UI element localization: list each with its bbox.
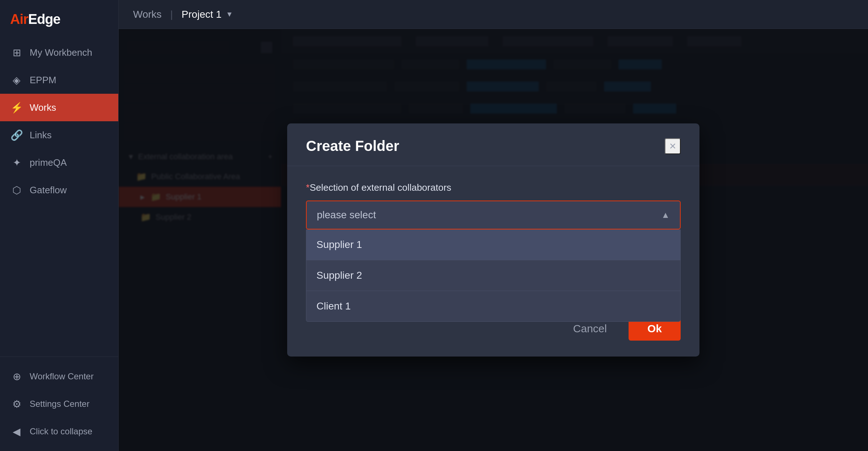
- content-area: ▼ External collaboration area + 📁 Public…: [119, 29, 868, 451]
- sidebar-item-primeqa[interactable]: ✦ primeQA: [0, 149, 118, 176]
- select-container: please select ▲ Supplier 1 Supplier 2: [306, 201, 681, 229]
- topbar-project[interactable]: Project 1 ▼: [182, 9, 233, 20]
- topbar-divider: |: [170, 9, 173, 20]
- sidebar-item-label: My Workbench: [30, 47, 92, 58]
- dropdown-item-client1[interactable]: Client 1: [306, 291, 680, 321]
- project-dropdown-chevron: ▼: [226, 10, 233, 18]
- create-folder-modal: Create Folder × *Selection of external c…: [287, 123, 699, 357]
- workflow-icon: ⊕: [10, 370, 23, 383]
- sidebar: AirEdge ⊞ My Workbench ◈ EPPM ⚡ Works 🔗 …: [0, 0, 119, 451]
- sidebar-item-links[interactable]: 🔗 Links: [0, 121, 118, 149]
- sidebar-nav: ⊞ My Workbench ◈ EPPM ⚡ Works 🔗 Links ✦ …: [0, 36, 118, 357]
- select-chevron-icon: ▲: [661, 210, 670, 220]
- sidebar-item-collapse[interactable]: ◀ Click to collapse: [0, 418, 118, 445]
- sidebar-item-label: Works: [30, 102, 56, 113]
- breadcrumb-works: Works: [133, 9, 162, 20]
- workbench-icon: ⊞: [10, 46, 23, 59]
- settings-icon: ⚙: [10, 397, 23, 410]
- logo: AirEdge: [0, 0, 118, 36]
- sidebar-item-label: Settings Center: [30, 399, 89, 409]
- form-label: *Selection of external collaborators: [306, 182, 681, 193]
- dropdown-item-supplier2[interactable]: Supplier 2: [306, 260, 680, 291]
- sidebar-bottom: ⊕ Workflow Center ⚙ Settings Center ◀ Cl…: [0, 357, 118, 451]
- sidebar-item-label: Click to collapse: [30, 426, 92, 437]
- collapse-icon: ◀: [10, 425, 23, 438]
- sidebar-item-label: EPPM: [30, 75, 56, 86]
- sidebar-item-gateflow[interactable]: ⬡ Gateflow: [0, 176, 118, 204]
- sidebar-item-label: Workflow Center: [30, 371, 94, 382]
- collaborator-select[interactable]: please select ▲: [306, 201, 681, 229]
- sidebar-item-works[interactable]: ⚡ Works: [0, 94, 118, 121]
- sidebar-item-eppm[interactable]: ◈ EPPM: [0, 66, 118, 94]
- links-icon: 🔗: [10, 128, 23, 142]
- sidebar-item-label: primeQA: [30, 157, 67, 168]
- logo-text: AirEdge: [10, 12, 60, 27]
- main-content: Works | Project 1 ▼ ▼ External collabora…: [119, 0, 868, 451]
- sidebar-item-label: Links: [30, 130, 52, 141]
- form-label-text: Selection of external collaborators: [310, 182, 451, 193]
- modal-close-button[interactable]: ×: [665, 138, 681, 154]
- sidebar-item-settings-center[interactable]: ⚙ Settings Center: [0, 390, 118, 418]
- sidebar-item-label: Gateflow: [30, 185, 67, 196]
- modal-body: *Selection of external collaborators ple…: [287, 166, 699, 289]
- topbar: Works | Project 1 ▼: [119, 0, 868, 29]
- select-placeholder: please select: [317, 209, 376, 221]
- modal-overlay: Create Folder × *Selection of external c…: [119, 29, 868, 451]
- sidebar-item-workflow-center[interactable]: ⊕ Workflow Center: [0, 363, 118, 390]
- dropdown-item-supplier1[interactable]: Supplier 1: [306, 229, 680, 260]
- primeqa-icon: ✦: [10, 156, 23, 169]
- modal-header: Create Folder ×: [287, 123, 699, 166]
- eppm-icon: ◈: [10, 73, 23, 87]
- works-icon: ⚡: [10, 101, 23, 114]
- gateflow-icon: ⬡: [10, 184, 23, 197]
- dropdown-list: Supplier 1 Supplier 2 Client 1: [306, 229, 681, 322]
- sidebar-item-my-workbench[interactable]: ⊞ My Workbench: [0, 39, 118, 66]
- required-asterisk: *: [306, 182, 310, 193]
- modal-title: Create Folder: [306, 138, 399, 154]
